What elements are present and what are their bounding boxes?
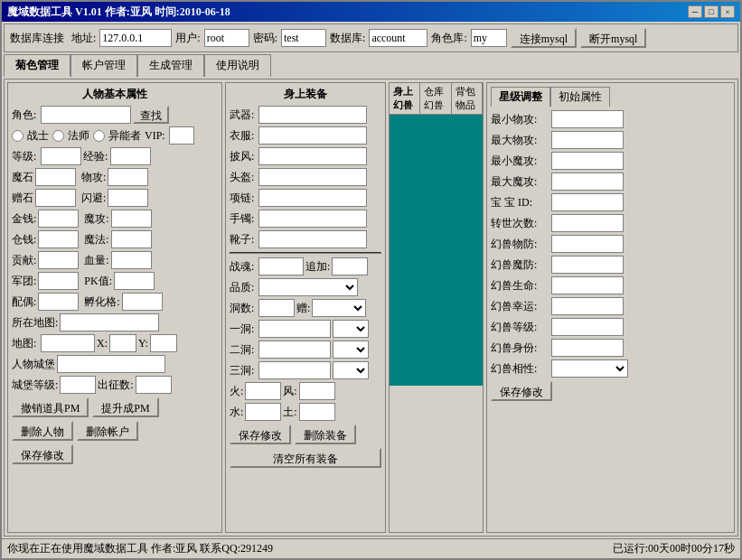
add-input[interactable] <box>332 257 368 275</box>
db-input[interactable] <box>369 29 427 47</box>
mons-tab-bag[interactable]: 背包物品 <box>452 83 483 114</box>
shui-input[interactable] <box>245 403 281 421</box>
maximize-button[interactable]: □ <box>704 5 719 18</box>
dong2-input[interactable] <box>258 341 331 359</box>
juntuan-input[interactable] <box>38 272 79 290</box>
pinzhi-select[interactable] <box>258 278 358 296</box>
mogong-input[interactable] <box>111 210 152 228</box>
pinzhi-row: 品质: <box>230 278 381 296</box>
zhanhun-input[interactable] <box>258 257 304 275</box>
add-label: 追加: <box>305 259 330 275</box>
star-tab-adjust[interactable]: 星级调整 <box>491 87 550 107</box>
psychic-radio[interactable] <box>93 130 105 142</box>
dong3-select[interactable] <box>333 361 369 379</box>
mons-level-input[interactable] <box>551 318 624 336</box>
star-save-button[interactable]: 保存修改 <box>491 381 552 401</box>
jinqian-input[interactable] <box>38 210 79 228</box>
huo-input[interactable] <box>245 382 281 400</box>
fuhua-input[interactable] <box>122 293 163 311</box>
x-input[interactable] <box>109 334 136 352</box>
wugong-label: 物攻: <box>81 170 106 185</box>
star-tab-init[interactable]: 初始属性 <box>550 87 610 107</box>
map-name-input[interactable] <box>41 334 95 352</box>
disconnect-button[interactable]: 断开mysql <box>580 28 646 48</box>
vip-input[interactable] <box>169 126 194 145</box>
mons-tab-warehouse[interactable]: 仓库幻兽 <box>420 83 451 114</box>
y-input[interactable] <box>150 334 177 352</box>
mons-lucky-input[interactable] <box>551 297 624 315</box>
reborn-input[interactable] <box>551 214 624 232</box>
peifei-input[interactable] <box>38 293 79 311</box>
save-equip-button[interactable]: 保存修改 <box>230 425 291 444</box>
gongxian-input[interactable] <box>38 251 79 269</box>
title-bar: 魔域数据工具 V1.01 作者:亚风 时间:2010-06-18 ─ □ × <box>2 2 740 22</box>
mons-hp-input[interactable] <box>551 276 624 294</box>
save-char-button[interactable]: 保存修改 <box>12 444 73 464</box>
city-input[interactable] <box>57 355 165 373</box>
clear-equip-button[interactable]: 清空所有装备 <box>230 448 381 468</box>
pass-input[interactable] <box>281 29 326 47</box>
necklace-input[interactable] <box>258 189 367 207</box>
tab-juse[interactable]: 菊色管理 <box>4 54 70 77</box>
dong3-input[interactable] <box>258 361 331 379</box>
mons-aff-select[interactable] <box>551 359 628 378</box>
tab-generate[interactable]: 生成管理 <box>137 54 204 77</box>
zeng-select[interactable] <box>312 299 366 317</box>
star-save-row: 保存修改 <box>491 381 730 401</box>
max-phy-input[interactable] <box>551 131 624 149</box>
dong1-select[interactable] <box>333 320 369 338</box>
cloak-input[interactable] <box>258 147 367 165</box>
gongxian-label: 贡献: <box>12 253 36 268</box>
mons-tab-body[interactable]: 身上幻兽 <box>390 83 420 114</box>
mage-radio[interactable] <box>52 130 64 142</box>
tab-account[interactable]: 帐户管理 <box>70 54 137 77</box>
dongshu-input[interactable] <box>258 299 295 317</box>
mons-identity-input[interactable] <box>551 339 624 357</box>
clothes-input[interactable] <box>258 126 367 145</box>
zengshi-input[interactable] <box>35 189 76 207</box>
dong2-select[interactable] <box>333 341 369 359</box>
role-input2[interactable] <box>41 106 131 124</box>
level-input[interactable] <box>41 147 81 165</box>
tu-input[interactable] <box>299 403 335 421</box>
city-level-input[interactable] <box>60 376 96 394</box>
delete-account-button[interactable]: 删除帐户 <box>77 421 138 441</box>
address-input[interactable] <box>99 29 172 47</box>
user-input[interactable] <box>204 29 249 47</box>
feng-input[interactable] <box>299 382 335 400</box>
mons-magdef-input[interactable] <box>551 256 624 274</box>
warrior-radio[interactable] <box>12 130 23 142</box>
bracelet-input[interactable] <box>258 210 367 228</box>
search-button[interactable]: 查找 <box>133 106 169 124</box>
min-mag-input[interactable] <box>551 152 624 170</box>
delete-equip-button[interactable]: 删除装备 <box>295 425 356 444</box>
boots-input[interactable] <box>258 230 367 248</box>
cangqian-input[interactable] <box>38 230 79 248</box>
somap-input[interactable] <box>60 313 159 331</box>
min-phy-input[interactable] <box>551 110 624 128</box>
helm-input[interactable] <box>258 168 367 186</box>
xue-input[interactable] <box>111 251 152 269</box>
minimize-button[interactable]: ─ <box>688 5 702 18</box>
revoke-pm-button[interactable]: 撤销道具PM <box>12 397 89 417</box>
exped-input[interactable] <box>136 376 172 394</box>
city-row: 人物城堡 <box>12 355 218 373</box>
delete-char-button[interactable]: 删除人物 <box>12 421 73 441</box>
role-label: 角色库: <box>431 31 466 46</box>
close-button[interactable]: × <box>720 5 735 18</box>
shanbi-input[interactable] <box>108 189 148 207</box>
max-mag-input[interactable] <box>551 173 624 191</box>
bao-id-input[interactable] <box>551 193 624 211</box>
pk-input[interactable] <box>114 272 155 290</box>
promote-pm-button[interactable]: 提升成PM <box>92 397 158 417</box>
mofa-input[interactable] <box>111 230 152 248</box>
wugong-input[interactable] <box>108 168 148 186</box>
moshi-input[interactable] <box>35 168 76 186</box>
mons-def-input[interactable] <box>551 235 624 253</box>
exp-input[interactable] <box>110 147 151 165</box>
tab-help[interactable]: 使用说明 <box>204 54 271 77</box>
dong1-input[interactable] <box>258 320 331 338</box>
weapon-input[interactable] <box>258 106 367 124</box>
connect-button[interactable]: 连接mysql <box>511 28 577 48</box>
role-input[interactable] <box>471 29 507 47</box>
